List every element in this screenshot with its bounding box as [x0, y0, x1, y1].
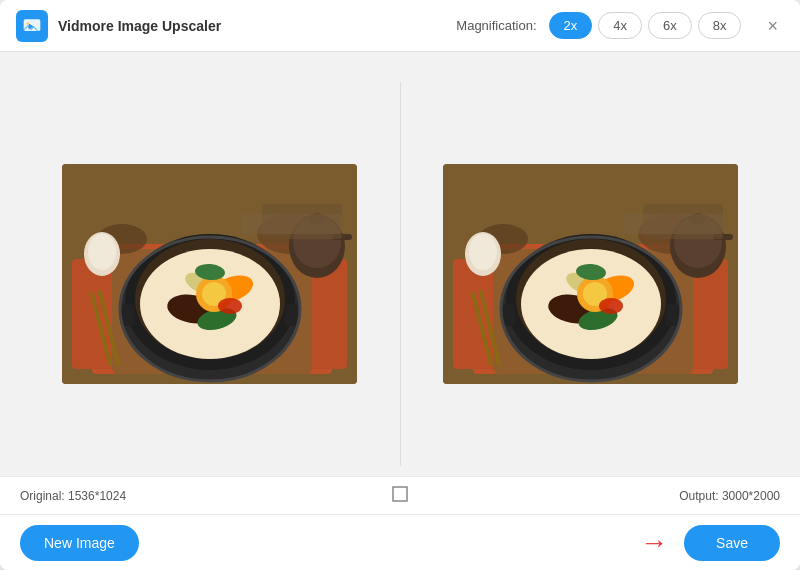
- svg-rect-61: [623, 214, 723, 234]
- svg-point-49: [599, 298, 623, 314]
- app-window: Vidmore Image Upscaler Magnification: 2x…: [0, 0, 800, 570]
- mag-btn-8x[interactable]: 8x: [698, 12, 742, 39]
- svg-point-18: [218, 298, 242, 314]
- compare-icon: [392, 486, 408, 506]
- save-button[interactable]: Save: [684, 525, 780, 561]
- original-image: [62, 164, 357, 384]
- output-food-svg: [443, 164, 738, 384]
- save-section: → Save: [640, 525, 780, 561]
- output-image: [443, 164, 738, 384]
- arrow-icon: →: [640, 529, 668, 557]
- output-image-panel: [401, 82, 781, 466]
- svg-point-1: [27, 22, 30, 25]
- info-bar: Original: 1536*1024 Output: 3000*2000: [0, 476, 800, 514]
- svg-point-59: [469, 234, 497, 270]
- app-logo-icon: [22, 16, 42, 36]
- original-image-panel: [20, 82, 401, 466]
- close-button[interactable]: ×: [761, 15, 784, 37]
- mag-btn-2x[interactable]: 2x: [549, 12, 593, 39]
- mag-btn-6x[interactable]: 6x: [648, 12, 692, 39]
- new-image-button[interactable]: New Image: [20, 525, 139, 561]
- app-logo: [16, 10, 48, 42]
- mag-btn-4x[interactable]: 4x: [598, 12, 642, 39]
- main-content: [0, 52, 800, 476]
- titlebar: Vidmore Image Upscaler Magnification: 2x…: [0, 0, 800, 52]
- original-size-label: Original: 1536*1024: [20, 489, 126, 503]
- magnification-buttons: 2x 4x 6x 8x: [549, 12, 742, 39]
- bottom-bar: New Image → Save: [0, 514, 800, 570]
- magnification-label: Magnification:: [456, 18, 536, 33]
- original-food-svg: [62, 164, 357, 384]
- svg-rect-64: [393, 487, 407, 501]
- output-size-label: Output: 3000*2000: [679, 489, 780, 503]
- svg-rect-30: [242, 214, 342, 234]
- svg-point-28: [88, 234, 116, 270]
- app-title: Vidmore Image Upscaler: [58, 18, 221, 34]
